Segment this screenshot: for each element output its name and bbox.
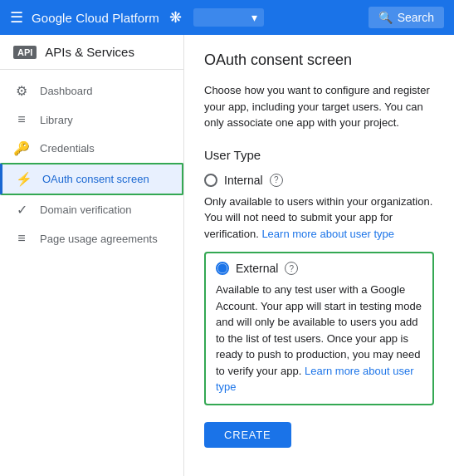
sidebar: API APIs & Services ⚙ Dashboard ≡ Librar… — [0, 35, 184, 476]
search-bar[interactable]: 🔍 Search — [369, 7, 444, 28]
oauth-icon: ⚡ — [16, 171, 32, 187]
user-type-section: User Type — [204, 148, 434, 162]
internal-option[interactable]: Internal ? — [204, 174, 434, 187]
layout: API APIs & Services ⚙ Dashboard ≡ Librar… — [0, 35, 454, 476]
credentials-icon: 🔑 — [13, 140, 30, 156]
sidebar-label-domain: Domain verification — [40, 204, 132, 216]
sidebar-label-oauth: OAuth consent screen — [42, 173, 149, 185]
project-name — [200, 12, 248, 24]
create-button[interactable]: CREATE — [204, 422, 291, 448]
sidebar-item-library[interactable]: ≡ Library — [0, 106, 183, 134]
sidebar-item-oauth[interactable]: ⚡ OAuth consent screen — [0, 163, 183, 195]
sidebar-label-dashboard: Dashboard — [40, 85, 93, 97]
external-label: External — [236, 262, 278, 275]
page-title: OAuth consent screen — [204, 52, 434, 69]
sidebar-item-dashboard[interactable]: ⚙ Dashboard — [0, 76, 183, 106]
internal-learn-more-link[interactable]: Learn more about user type — [261, 228, 394, 240]
api-badge: API — [13, 46, 37, 59]
library-icon: ≡ — [13, 112, 30, 127]
apps-icon[interactable]: ❋ — [169, 8, 182, 27]
search-icon: 🔍 — [378, 11, 393, 24]
sidebar-nav: ⚙ Dashboard ≡ Library 🔑 Credentials ⚡ OA… — [0, 70, 183, 253]
project-dropdown-arrow: ▾ — [251, 11, 257, 24]
sidebar-label-credentials: Credentials — [40, 142, 95, 155]
project-selector[interactable]: ▾ — [193, 8, 264, 27]
sidebar-header: API APIs & Services — [0, 35, 183, 70]
internal-radio[interactable] — [204, 174, 217, 187]
internal-help-icon[interactable]: ? — [270, 174, 283, 187]
external-option[interactable]: External ? — [216, 262, 422, 275]
external-radio[interactable] — [216, 262, 229, 275]
sidebar-item-page-usage[interactable]: ≡ Page usage agreements — [0, 224, 183, 253]
main-content: OAuth consent screen Choose how you want… — [184, 35, 454, 476]
sidebar-item-credentials[interactable]: 🔑 Credentials — [0, 134, 183, 163]
external-help-icon[interactable]: ? — [285, 262, 298, 275]
menu-icon[interactable]: ☰ — [10, 8, 23, 27]
internal-label: Internal — [224, 174, 263, 187]
sidebar-label-page-usage: Page usage agreements — [40, 233, 158, 245]
topbar: ☰ Google Cloud Platform ❋ ▾ 🔍 Search — [0, 0, 454, 35]
dashboard-icon: ⚙ — [13, 83, 30, 99]
page-usage-icon: ≡ — [13, 231, 30, 246]
topbar-logo: Google Cloud Platform — [32, 11, 159, 25]
sidebar-item-domain[interactable]: ✓ Domain verification — [0, 195, 183, 224]
page-description: Choose how you want to configure and reg… — [204, 82, 434, 131]
internal-desc: Only available to users within your orga… — [204, 194, 434, 243]
external-box: External ? Available to any test user wi… — [204, 252, 434, 405]
domain-icon: ✓ — [13, 202, 30, 218]
sidebar-title: APIs & Services — [45, 45, 134, 59]
sidebar-label-library: Library — [40, 114, 73, 126]
search-label: Search — [398, 11, 434, 24]
external-desc: Available to any test user with a Google… — [216, 282, 422, 395]
